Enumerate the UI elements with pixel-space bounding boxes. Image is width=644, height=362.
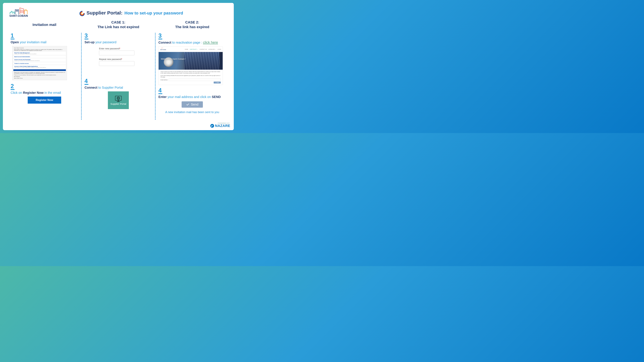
step-text: Connect to reactivation page : click her… bbox=[158, 40, 226, 44]
check-icon bbox=[186, 103, 189, 106]
column-case2: CASE 2: The link has expired 3 Connect t… bbox=[156, 20, 229, 120]
page: SAINT-GOBAIN Supplier Portal: How to set… bbox=[3, 3, 234, 130]
column-invitation: Invitation mail 1 Open your invitation m… bbox=[8, 20, 81, 120]
saint-gobain-logo: SAINT-GOBAIN bbox=[8, 6, 34, 18]
svg-rect-11 bbox=[118, 100, 119, 101]
click-here-link[interactable]: click here bbox=[203, 40, 218, 44]
repeat-password-input[interactable] bbox=[99, 61, 134, 66]
reactivation-screenshot: SAINT-GOBAIN HOME OUR POLICY ⌄ CONTACT U… bbox=[158, 46, 223, 85]
step-number: 4 bbox=[158, 87, 162, 94]
column-case1: CASE 1: The Link has not expired 3 Set-u… bbox=[82, 20, 155, 120]
step-4: 4 Connect to Supplier Portal bbox=[84, 78, 152, 109]
hero-image: Welcome to Saint-Gobain ! bbox=[158, 52, 223, 70]
react-body: Oups it seems you have not yet activated… bbox=[158, 70, 223, 85]
register-bar bbox=[13, 69, 66, 71]
col2-heading: CASE 1: The Link has not expired bbox=[84, 20, 152, 29]
step-number: 1 bbox=[11, 33, 14, 39]
new-password-input[interactable] bbox=[99, 50, 134, 55]
step-2: 2 Click on Register Now in the email Reg… bbox=[11, 83, 78, 104]
register-now-button[interactable]: Register Now bbox=[28, 96, 61, 104]
header: SAINT-GOBAIN Supplier Portal: How to set… bbox=[8, 6, 229, 18]
svg-rect-1 bbox=[17, 10, 18, 11]
email-screenshot: Dear Valued Customer, Saint-Gobain invit… bbox=[12, 46, 67, 80]
col3-heading: CASE 2: The link has expired bbox=[158, 20, 226, 29]
list-item: Tender & e-Auction access bbox=[13, 62, 66, 65]
repeat-password-label: Repeat new password* bbox=[99, 58, 152, 60]
send-label: Send bbox=[191, 103, 198, 106]
svg-rect-0 bbox=[16, 10, 16, 11]
step-text: Enter your mail address and click on SEN… bbox=[158, 95, 226, 99]
mini-send-button[interactable]: ✓ Send bbox=[214, 82, 221, 83]
list-item: Invoice Access and DownloadAccess your i… bbox=[13, 58, 66, 62]
step-number: 4 bbox=[84, 78, 88, 85]
list-item: Access to Saint-Gobain Digital Applicati… bbox=[13, 65, 66, 69]
supplier-portal-tile[interactable]: Supplier Portal bbox=[108, 91, 129, 109]
password-form: Enter new password* Repeat new password* bbox=[99, 47, 152, 68]
step-number: 2 bbox=[11, 83, 14, 90]
mini-email-input[interactable] bbox=[168, 79, 221, 81]
step-text: Connect to Supplier Portal bbox=[84, 86, 152, 89]
step-text: Click on Register Now in the email bbox=[11, 91, 78, 95]
svg-rect-12 bbox=[117, 101, 120, 102]
step-text: Set-up your password bbox=[84, 40, 152, 44]
list-item: Real-Time Data ManagementUpdate your inf… bbox=[13, 52, 66, 55]
wave-icon bbox=[210, 124, 214, 128]
step-3: 3 Connect to reactivation page : click h… bbox=[158, 33, 226, 85]
step-number: 3 bbox=[158, 33, 162, 39]
new-password-label: Enter new password* bbox=[99, 47, 152, 50]
svg-text:SAINT-GOBAIN: SAINT-GOBAIN bbox=[160, 49, 166, 50]
react-nav: SAINT-GOBAIN HOME OUR POLICY ⌄ CONTACT U… bbox=[158, 47, 223, 52]
step-3: 3 Set-up your password Enter new passwor… bbox=[84, 33, 152, 68]
confirmation-note: A new invitation mail has been sent to y… bbox=[158, 110, 226, 114]
title-main: Supplier Portal: bbox=[86, 10, 122, 15]
page-title: Supplier Portal: How to set-up your pass… bbox=[34, 6, 229, 17]
list-item: Bank Account Administration bbox=[13, 55, 66, 58]
step-4: 4 Enter your mail address and click on S… bbox=[158, 87, 226, 114]
title-sub: How to set-up your password bbox=[124, 11, 183, 15]
col1-heading: Invitation mail bbox=[11, 20, 78, 29]
swirl-icon bbox=[79, 11, 85, 17]
tile-label: Supplier Portal bbox=[110, 102, 126, 105]
send-button[interactable]: Send bbox=[182, 101, 203, 108]
nazare-logo: POWERED BY NAZARE bbox=[210, 124, 230, 128]
step-text: Open your invitation mail bbox=[11, 40, 78, 44]
step-number: 3 bbox=[84, 33, 88, 39]
globe-monitor-icon bbox=[114, 95, 122, 102]
columns: Invitation mail 1 Open your invitation m… bbox=[8, 20, 229, 120]
mini-logo: SAINT-GOBAIN bbox=[160, 48, 168, 51]
brand-text: SAINT-GOBAIN bbox=[9, 14, 28, 17]
step-1: 1 Open your invitation mail Dear Valued … bbox=[11, 33, 78, 80]
